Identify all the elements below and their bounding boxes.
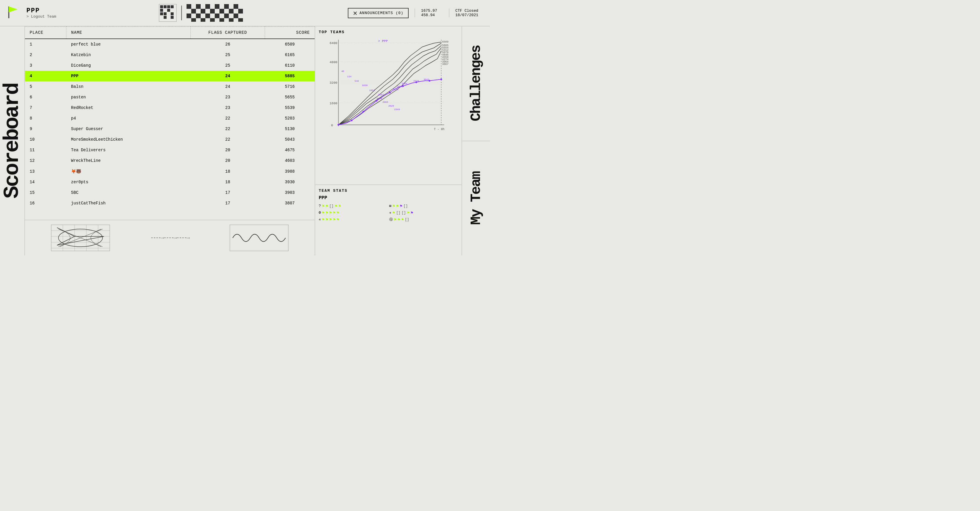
cell-name: justCatTheFish	[67, 198, 191, 208]
svg-text:3867: 3867	[442, 63, 449, 66]
world-map-decoration	[51, 225, 110, 251]
table-row[interactable]: 5Balsn245716	[25, 81, 315, 92]
flag15: ⚑	[411, 210, 413, 215]
cell-flags: 24	[190, 71, 265, 81]
logout-link[interactable]: > Logout Team	[26, 14, 56, 19]
svg-rect-12	[164, 16, 167, 19]
svg-rect-3	[160, 5, 163, 8]
table-row[interactable]: 8p4225203	[25, 113, 315, 124]
flag16: ⚑	[322, 217, 324, 222]
challenges-label-container[interactable]: Challenges	[462, 27, 490, 141]
cell-flags: 23	[190, 103, 265, 113]
flag1: ⚑	[322, 203, 324, 208]
cell-flags: 22	[190, 113, 265, 124]
table-row[interactable]: 6pasten235655	[25, 92, 315, 103]
arrow-decoration: ----→----→----→	[150, 235, 189, 241]
svg-point-68	[351, 119, 353, 121]
svg-rect-38	[238, 18, 243, 22]
bracket4: []	[402, 211, 406, 215]
svg-text:2349: 2349	[394, 108, 400, 111]
flag-logo	[6, 5, 21, 21]
main-layout: Scoreboard PLACE NAME FLAGS CAPTURED SCO…	[0, 27, 490, 256]
svg-point-75	[441, 78, 442, 80]
table-row[interactable]: 3DiceGang256110	[25, 60, 315, 71]
cell-name: 🦊🐻	[67, 166, 191, 177]
team-name-label: PPP	[26, 7, 56, 14]
flag3: ⚑	[335, 203, 337, 208]
ctf-status: CTF Closed 18/07/2021	[449, 8, 484, 17]
svg-text:3200: 3200	[329, 81, 337, 84]
table-row[interactable]: 2Katzebin256165	[25, 50, 315, 60]
cell-place: 5	[25, 81, 67, 92]
pixel-grid-left	[159, 4, 177, 22]
table-row[interactable]: 16justCatTheFish173807	[25, 198, 315, 208]
table-row[interactable]: 13🦊🐻183988	[25, 166, 315, 177]
svg-text:3941: 3941	[423, 78, 429, 81]
svg-rect-8	[164, 12, 167, 15]
cell-name: zer0pts	[67, 177, 191, 187]
myteam-label-container[interactable]: My Team	[462, 141, 490, 256]
table-row[interactable]: 12WreckTheLine204603	[25, 156, 315, 166]
cell-score: 3988	[265, 166, 315, 177]
flag13: ⚑	[393, 210, 395, 215]
stats-row-3: Φ ⚑ ⚑ ⚑ ⚑ ⚑	[319, 210, 388, 215]
cell-name: pasten	[67, 92, 191, 103]
table-row[interactable]: 7RedRocket235539	[25, 103, 315, 113]
svg-rect-5	[160, 9, 163, 12]
circle-g-icon: Ⓖ	[389, 217, 393, 222]
scoreboard-label: Scoreboard	[0, 27, 25, 256]
svg-point-71	[389, 92, 391, 94]
cell-score: 5203	[265, 113, 315, 124]
cell-score: 5043	[265, 134, 315, 145]
cell-flags: 23	[190, 92, 265, 103]
cell-name: Tea Deliverers	[67, 145, 191, 156]
svg-rect-29	[205, 14, 210, 18]
svg-rect-27	[186, 14, 191, 18]
cell-score: 6110	[265, 60, 315, 71]
cell-flags: 25	[190, 50, 265, 60]
svg-text:1600: 1600	[329, 102, 337, 105]
top-teams-chart: 6400 4800 3200 1600 0	[319, 37, 458, 136]
svg-text:3213: 3213	[393, 88, 398, 91]
svg-text:0: 0	[331, 124, 333, 127]
bracket5: []	[405, 217, 409, 222]
svg-rect-17	[205, 4, 210, 9]
flag8: ⚑	[322, 210, 324, 215]
flag21: ⚑	[394, 217, 396, 222]
cell-name: MoreSmokedLeetChicken	[67, 134, 191, 145]
svg-text:3049: 3049	[377, 97, 382, 100]
table-row[interactable]: 14zer0pts183930	[25, 177, 315, 187]
cell-score: 6509	[265, 39, 315, 50]
table-row[interactable]: 9Super Guesser225130	[25, 124, 315, 134]
table-row[interactable]: 155BC173903	[25, 187, 315, 198]
svg-text:114: 114	[347, 75, 352, 78]
flag11: ⚑	[333, 210, 336, 215]
scoreboard-table-container[interactable]: PLACE NAME FLAGS CAPTURED SCORE 1perfect…	[25, 27, 315, 220]
asterisk-icon: ✳	[389, 211, 391, 215]
cell-score: 5539	[265, 103, 315, 113]
cell-score: 4603	[265, 156, 315, 166]
svg-rect-16	[196, 4, 200, 9]
table-header-row: PLACE NAME FLAGS CAPTURED SCORE	[25, 27, 315, 39]
svg-rect-32	[234, 14, 238, 18]
svg-rect-6	[167, 9, 170, 12]
table-row[interactable]: 1perfect blue266509	[25, 39, 315, 50]
cell-score: 6165	[265, 50, 315, 60]
x-icon	[353, 11, 357, 15]
announcements-button[interactable]: ANNOUNCEMENTS (0)	[348, 8, 409, 18]
myteam-label: My Team	[468, 172, 484, 225]
grid-icon: ⊞	[389, 204, 391, 208]
svg-rect-13	[171, 16, 173, 19]
cell-score: 5655	[265, 92, 315, 103]
svg-rect-23	[210, 9, 215, 14]
col-header-score: SCORE	[265, 27, 315, 39]
cell-place: 10	[25, 134, 67, 145]
cell-name: RedRocket	[67, 103, 191, 113]
svg-rect-28	[196, 14, 200, 18]
table-row[interactable]: 10MoreSmokedLeetChicken225043	[25, 134, 315, 145]
scoreboard-title: Scoreboard	[0, 83, 24, 198]
svg-rect-15	[186, 4, 191, 9]
table-row[interactable]: 11Tea Deliverers204675	[25, 145, 315, 156]
flag5: ⚑	[393, 203, 395, 208]
table-row[interactable]: 4PPP245885	[25, 71, 315, 81]
